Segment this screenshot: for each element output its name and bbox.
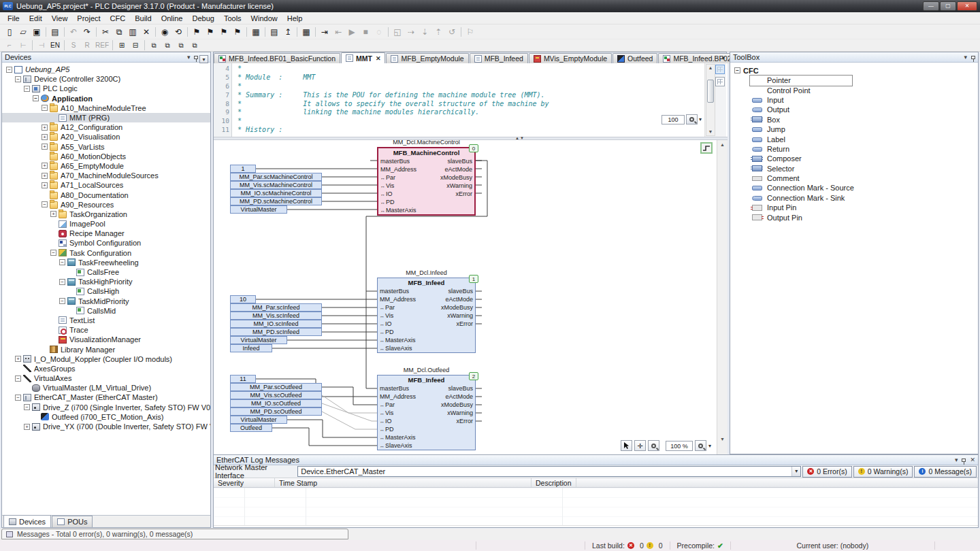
block-input-pin[interactable]: Par bbox=[378, 303, 395, 312]
cfc-vertical-scrollbar[interactable]: ▲ ▼ bbox=[717, 140, 728, 455]
cfc-toolbar-button[interactable]: ⧉ bbox=[188, 40, 201, 50]
cfc-toolbar-button[interactable]: ⧉ bbox=[161, 40, 174, 50]
log-column-header[interactable]: Severity bbox=[214, 478, 275, 487]
cfc-toolbar-button[interactable]: R bbox=[80, 40, 94, 50]
tree-expander[interactable] bbox=[42, 163, 48, 169]
cfc-toolbar-button[interactable]: ⌐ bbox=[3, 40, 16, 50]
toolbar-button[interactable]: ▶ bbox=[345, 26, 359, 38]
tree-item[interactable]: A71_LocalSources bbox=[2, 180, 210, 190]
block-output-pin[interactable] bbox=[472, 206, 474, 214]
tree-item[interactable]: VirtualMaster (LM_Virtual_Drive) bbox=[2, 383, 210, 393]
cfc-input-source[interactable]: VirtualMaster bbox=[230, 416, 287, 424]
log-column-header[interactable]: Time Stamp bbox=[275, 478, 532, 487]
cfc-toolbar-button[interactable]: ⊢ bbox=[16, 40, 30, 50]
toolbox-item[interactable]: Box bbox=[734, 115, 978, 124]
cfc-input-source[interactable]: MM_Par.scInfeed bbox=[230, 303, 322, 312]
tree-item[interactable]: AxesGroups bbox=[2, 364, 210, 373]
cfc-input-source[interactable]: MM_Vis.scOutfeed bbox=[230, 391, 322, 399]
navigator-tab[interactable]: Devices bbox=[3, 515, 51, 527]
cfc-toolbar-button[interactable]: ⊞ bbox=[115, 40, 129, 50]
block-output-pin[interactable]: slaveBus bbox=[448, 384, 475, 393]
scroll-thumb[interactable] bbox=[707, 80, 714, 103]
project-filter-dropdown[interactable]: ▾ bbox=[199, 55, 208, 63]
block-output-pin[interactable]: slaveBus bbox=[447, 157, 474, 165]
navigator-tab[interactable]: POUs bbox=[52, 516, 93, 527]
tree-item[interactable]: Uebung_AP5 bbox=[2, 65, 210, 74]
group-expander[interactable] bbox=[734, 67, 740, 73]
cfc-input-source[interactable]: MM_PD.scMachineControl bbox=[230, 197, 322, 205]
toolbar-button[interactable]: ⚑ bbox=[217, 26, 231, 38]
block-output-pin[interactable] bbox=[472, 198, 474, 206]
tree-item[interactable]: TaskMidPriority bbox=[2, 297, 210, 306]
block-input-pin[interactable]: Par bbox=[378, 173, 395, 182]
cfc-input-source[interactable]: MM_Par.scOutfeed bbox=[230, 383, 322, 391]
pin-icon[interactable] bbox=[194, 56, 198, 59]
toolbar-button[interactable] bbox=[388, 27, 389, 37]
toolbar-button[interactable]: ▤ bbox=[267, 26, 281, 38]
scroll-up-icon[interactable]: ▲ bbox=[718, 141, 727, 148]
tree-expander[interactable] bbox=[15, 395, 21, 401]
toolbox-item[interactable]: Input Pin bbox=[734, 203, 978, 212]
toolbar-button[interactable]: ▣ bbox=[30, 26, 44, 38]
window-button[interactable]: — bbox=[923, 1, 939, 11]
block-input-pin[interactable]: Vis bbox=[378, 312, 393, 320]
menu-item[interactable]: Edit bbox=[24, 13, 47, 24]
cfc-block[interactable]: MM_Dcl.OutfeedMFB_InfeedmasterBusslaveBu… bbox=[377, 375, 476, 450]
block-output-pin[interactable] bbox=[473, 336, 475, 344]
window-button[interactable]: ▢ bbox=[940, 1, 956, 11]
toolbox-item[interactable]: Input bbox=[734, 95, 978, 105]
tree-item[interactable]: Task Configuration bbox=[2, 248, 210, 258]
toolbar-button[interactable] bbox=[46, 27, 46, 37]
toolbar-button[interactable] bbox=[461, 27, 461, 37]
cfc-input-source[interactable]: MM_IO.scInfeed bbox=[230, 320, 322, 328]
menu-item[interactable]: Debug bbox=[187, 13, 218, 24]
cfc-input-source[interactable]: Infeed bbox=[230, 344, 272, 352]
cfc-toolbar-button[interactable]: EN bbox=[48, 40, 62, 50]
window-button[interactable]: ✕ bbox=[957, 1, 977, 11]
editor-tab[interactable]: MFB_Infeed.BF01_BasicFunction ✕ bbox=[214, 53, 340, 63]
cfc-block[interactable]: MM_Dcl.MachineControlMFB_MachineControlm… bbox=[377, 147, 476, 216]
block-output-pin[interactable]: xWarning bbox=[446, 182, 474, 190]
tree-item[interactable]: A12_Configuration bbox=[2, 122, 210, 132]
tree-expander[interactable] bbox=[59, 259, 65, 265]
block-output-pin[interactable]: xModeBusy bbox=[441, 303, 475, 312]
toolbar-button[interactable]: ⇣ bbox=[418, 26, 431, 38]
select-tool-button[interactable] bbox=[621, 440, 632, 451]
toolbar-button[interactable]: ⇥ bbox=[318, 26, 331, 38]
log-column-header[interactable]: Description bbox=[532, 478, 576, 487]
toolbar-button[interactable]: ▯ bbox=[3, 26, 16, 38]
tree-item[interactable]: A70_MachineModuleSources bbox=[2, 171, 210, 180]
tree-item[interactable]: I_O_Modul_Koppler (Coupler I/O moduls) bbox=[2, 354, 210, 364]
tree-item[interactable]: Device (Controller 3200C) bbox=[2, 74, 210, 84]
toolbox-group-cfc[interactable]: CFC bbox=[734, 65, 978, 76]
toolbox-item[interactable]: Pointer bbox=[734, 76, 978, 85]
menu-item[interactable]: Help bbox=[282, 13, 308, 24]
toolbar-button[interactable]: ⇢ bbox=[404, 26, 418, 38]
toolbar-button[interactable] bbox=[187, 27, 188, 37]
scroll-up-icon[interactable]: ▲ bbox=[706, 65, 715, 71]
tree-item[interactable]: CallsMid bbox=[2, 306, 210, 316]
block-output-pin[interactable] bbox=[473, 328, 475, 336]
toolbar-button[interactable]: ▤ bbox=[48, 26, 62, 38]
block-input-pin[interactable]: SlaveAxis bbox=[378, 344, 412, 352]
tree-item[interactable]: MMT (PRG) bbox=[2, 113, 210, 122]
menu-item[interactable]: Tools bbox=[219, 13, 246, 24]
cfc-toolbar-button[interactable] bbox=[112, 40, 113, 50]
menu-item[interactable]: Online bbox=[157, 13, 188, 24]
tree-expander[interactable] bbox=[24, 86, 30, 92]
combo-dropdown-icon[interactable]: ▾ bbox=[791, 467, 800, 476]
cfc-toolbar-button[interactable] bbox=[32, 40, 33, 50]
tree-expander[interactable] bbox=[15, 375, 21, 382]
toolbar-button[interactable]: ⟲ bbox=[172, 26, 185, 38]
code-zoom-dropdown-icon[interactable]: ▾ bbox=[699, 116, 702, 122]
tree-expander[interactable] bbox=[50, 211, 56, 217]
menu-item[interactable]: Build bbox=[130, 13, 156, 24]
block-input-pin[interactable]: IO bbox=[378, 320, 392, 328]
toolbar-button[interactable]: ✕ bbox=[140, 26, 153, 38]
block-input-pin[interactable]: Vis bbox=[378, 182, 394, 190]
tree-expander[interactable] bbox=[33, 95, 39, 101]
toolbox-item[interactable]: Jump bbox=[734, 124, 978, 134]
tree-expander[interactable] bbox=[42, 201, 48, 207]
cfc-block[interactable]: MM_Dcl.InfeedMFB_InfeedmasterBusslaveBus… bbox=[377, 278, 476, 353]
tree-expander[interactable] bbox=[15, 356, 21, 362]
